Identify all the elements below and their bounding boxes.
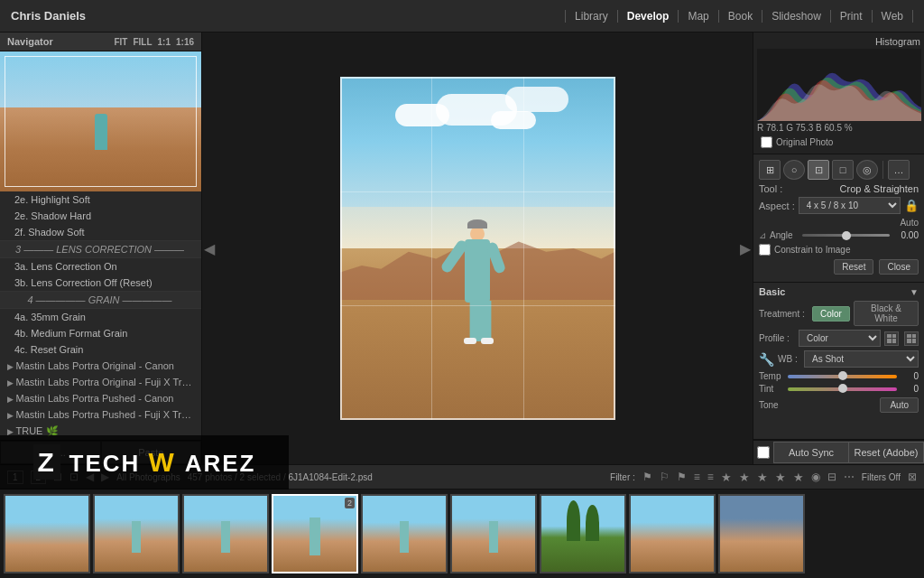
preset-item[interactable]: 4c. Reset Grain — [0, 341, 201, 358]
aspect-row: Aspect : 4 x 5 / 8 x 10 1:1 2:3 Custom 🔒 — [759, 197, 919, 214]
navigator-title: Navigator — [7, 36, 53, 47]
auto-tone-btn[interactable]: Auto — [880, 397, 919, 413]
preset-expandable[interactable]: Mastin Labs Portra Original - Fuji X Tra… — [0, 374, 201, 390]
view-options-icon[interactable]: ⊟ — [827, 471, 836, 483]
filmstrip: 2 — [0, 489, 924, 578]
crop-tool-icon[interactable]: ⊡ — [808, 160, 829, 180]
nav-slideshow[interactable]: Slideshow — [762, 10, 831, 23]
preset-expandable[interactable]: Mastin Labs Portra Original - Canon — [0, 358, 201, 374]
film-badge: 2 — [345, 498, 355, 508]
temp-slider[interactable] — [788, 375, 897, 378]
filmstrip-thumb-4-active[interactable]: 2 — [272, 494, 358, 573]
color-filter-icon[interactable]: ◉ — [811, 471, 820, 483]
lock-icon[interactable]: 🔒 — [904, 199, 919, 212]
filmstrip-thumb-1[interactable] — [4, 494, 90, 573]
treatment-row: Treatment : Color Black & White — [759, 301, 919, 326]
left-panel: Navigator FIT FILL 1:1 1:16 2e. Highligh — [0, 33, 202, 464]
watermark: Z TECH W AREZ — [0, 435, 289, 489]
aspect-select[interactable]: 4 x 5 / 8 x 10 1:1 2:3 Custom — [799, 197, 901, 214]
histogram-values: R 78.1 G 75.3 B 60.5 % — [757, 121, 920, 135]
sort-icon2[interactable]: ≡ — [707, 471, 714, 483]
nav-print[interactable]: Print — [831, 10, 873, 23]
navigator-preview — [0, 51, 201, 191]
star-2[interactable]: ★ — [739, 471, 750, 484]
constrain-checkbox[interactable] — [759, 244, 771, 256]
star-5[interactable]: ★ — [793, 471, 804, 484]
filmstrip-thumb-6[interactable] — [450, 494, 537, 573]
radial-filter-icon[interactable]: ◎ — [856, 160, 878, 180]
preset-item[interactable]: 2f. Shadow Soft — [0, 224, 201, 240]
prev-photo-arrow[interactable]: ◀ — [204, 240, 215, 257]
more-tools-icon[interactable]: … — [888, 160, 910, 180]
filmstrip-thumb-8[interactable] — [629, 494, 716, 573]
reset-button[interactable]: Reset — [834, 259, 873, 275]
preset-item[interactable]: 2e. Highlight Soft — [0, 191, 201, 208]
histogram-svg — [757, 49, 921, 121]
arez-text: AREZ — [185, 450, 256, 477]
nav-book[interactable]: Book — [719, 10, 762, 23]
angle-slider[interactable] — [802, 234, 890, 237]
right-panel: Histogram R 78.1 G 75.3 B 60.5 % — [753, 33, 924, 464]
eyedropper-icon[interactable]: 🔧 — [759, 352, 774, 367]
temp-label: Temp — [759, 371, 784, 381]
filmstrip-thumb-2[interactable] — [93, 494, 180, 573]
auto-sync-button[interactable]: Auto Sync — [773, 442, 849, 463]
star-3[interactable]: ★ — [757, 471, 768, 484]
center-panel: ◀ — [202, 33, 753, 464]
next-photo-arrow[interactable]: ▶ — [740, 240, 751, 257]
healing-brush-icon[interactable]: ○ — [783, 160, 805, 180]
preview-image — [0, 51, 201, 191]
nav-library[interactable]: Library — [565, 10, 618, 23]
tint-slider[interactable] — [788, 387, 897, 391]
star-1[interactable]: ★ — [721, 471, 732, 484]
flag-off-icon[interactable]: ⚐ — [660, 471, 670, 483]
nav-map[interactable]: Map — [679, 10, 718, 23]
wb-select[interactable]: As Shot Auto Daylight Custom — [804, 350, 919, 368]
filmstrip-thumb-3[interactable] — [182, 494, 269, 573]
sort-icon[interactable]: ≡ — [694, 471, 700, 483]
preset-item[interactable]: 3a. Lens Correction On — [0, 258, 201, 275]
expand-icon[interactable]: ⊠ — [908, 471, 917, 483]
original-photo-toggle[interactable]: Original Photo — [757, 135, 920, 150]
nav-web[interactable]: Web — [873, 10, 913, 23]
more-options-icon[interactable]: ⋯ — [844, 471, 855, 483]
preset-expandable[interactable]: Mastin Labs Portra Pushed - Canon — [0, 390, 201, 406]
main-area: Navigator FIT FILL 1:1 1:16 2e. Highligh — [0, 33, 924, 464]
ratio2-label[interactable]: 1:16 — [176, 37, 194, 47]
preset-expandable[interactable]: Mastin Labs Portra Pushed - Fuji X Trans — [0, 406, 201, 423]
gradient-tool-icon[interactable]: □ — [832, 160, 854, 180]
flag-icon[interactable]: ⚑ — [642, 471, 652, 483]
filmstrip-thumb-5[interactable] — [361, 494, 448, 573]
preset-item[interactable]: 2e. Shadow Hard — [0, 208, 201, 224]
preset-item[interactable]: 3b. Lens Correction Off (Reset) — [0, 275, 201, 291]
filmstrip-thumb-7[interactable] — [540, 494, 626, 573]
tint-slider-row: Tint 0 — [759, 384, 919, 394]
color-treatment-btn[interactable]: Color — [812, 306, 850, 322]
filmstrip-thumb-9[interactable] — [718, 494, 805, 573]
tool-separator — [882, 161, 883, 179]
fit-label[interactable]: FIT — [114, 37, 127, 47]
preset-item[interactable]: 4b. Medium Format Grain — [0, 325, 201, 341]
auto-sync-checkbox[interactable] — [757, 446, 770, 459]
basic-title: Basic — [759, 286, 785, 297]
bw-treatment-btn[interactable]: Black & White — [854, 301, 919, 326]
close-button[interactable]: Close — [879, 259, 919, 275]
histogram-title: Histogram — [757, 36, 920, 47]
fill-label[interactable]: FILL — [133, 37, 152, 47]
star-4[interactable]: ★ — [775, 471, 786, 484]
profile-select[interactable]: Color Landscape Portrait — [799, 330, 881, 347]
ratio1-label[interactable]: 1:1 — [158, 37, 171, 47]
flag-reject-icon[interactable]: ⚑ — [677, 471, 687, 483]
profile-grid-icon[interactable] — [884, 331, 899, 346]
preset-item[interactable]: 4a. 35mm Grain — [0, 309, 201, 325]
profile-expand-icon[interactable] — [904, 331, 919, 346]
reset-adobe-button[interactable]: Reset (Adobe) — [849, 442, 924, 463]
crop-overlay-icon[interactable]: ⊞ — [759, 160, 781, 180]
basic-section-arrow[interactable]: ▼ — [910, 287, 919, 297]
nav-develop[interactable]: Develop — [618, 10, 679, 23]
auto-label: Auto — [759, 218, 919, 228]
original-photo-checkbox[interactable] — [761, 136, 772, 148]
tech-text: TECH — [69, 450, 149, 477]
preset-list: 2e. Highlight Soft 2e. Shadow Hard 2f. S… — [0, 191, 201, 440]
basic-section-header: Basic ▼ — [759, 286, 919, 297]
